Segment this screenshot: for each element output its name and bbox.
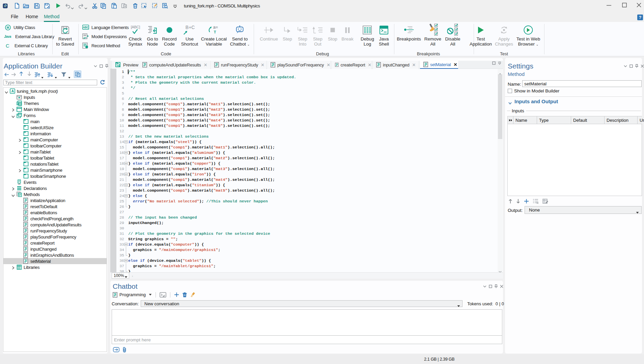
svg-text:B+C: B+C bbox=[186, 25, 195, 30]
svg-text:T: T bbox=[214, 30, 216, 34]
svg-text:a=: a= bbox=[83, 36, 86, 39]
svg-text:A: A bbox=[11, 89, 14, 93]
svg-text:C: C bbox=[6, 43, 9, 48]
svg-text:ABC: ABC bbox=[83, 26, 89, 29]
svg-text:Java: Java bbox=[4, 35, 11, 38]
svg-text:[ABC]: [ABC] bbox=[131, 25, 140, 29]
svg-text:a=: a= bbox=[213, 25, 218, 30]
